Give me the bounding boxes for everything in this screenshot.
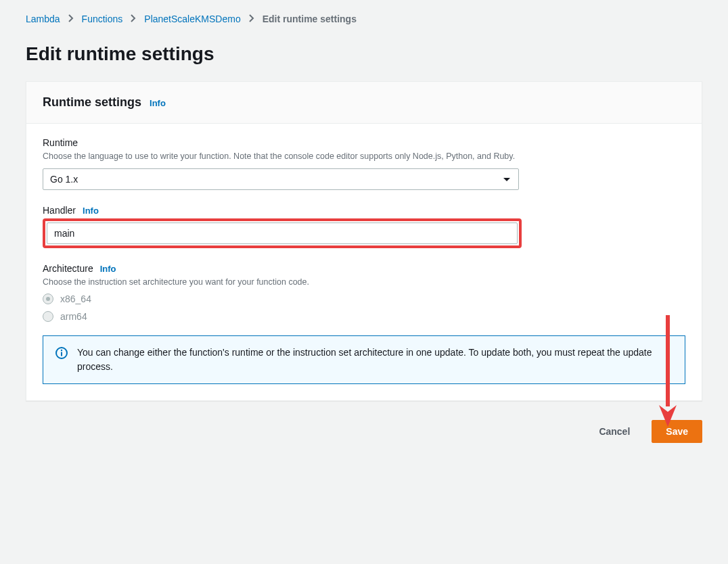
- runtime-description: Choose the language to use to write your…: [43, 151, 685, 163]
- info-alert: You can change either the function's run…: [43, 335, 685, 384]
- handler-info-link[interactable]: Info: [83, 206, 99, 216]
- breadcrumb-function-name[interactable]: PlanetScaleKMSDemo: [144, 14, 240, 24]
- handler-highlight: [43, 218, 522, 248]
- save-button[interactable]: Save: [652, 420, 702, 443]
- architecture-label: Architecture: [43, 263, 93, 274]
- radio-icon: [43, 293, 53, 304]
- handler-label: Handler: [43, 205, 76, 216]
- architecture-option-x86-64[interactable]: x86_64: [43, 293, 685, 304]
- info-icon: [55, 347, 68, 361]
- actions-row: Cancel Save: [26, 420, 702, 443]
- runtime-select[interactable]: Go 1.x: [43, 168, 519, 190]
- handler-input[interactable]: [47, 222, 518, 244]
- info-alert-text: You can change either the function's run…: [77, 346, 673, 374]
- architecture-description: Choose the instruction set architecture …: [43, 277, 685, 289]
- radio-icon: [43, 311, 53, 322]
- runtime-label: Runtime: [43, 137, 78, 148]
- runtime-settings-panel: Runtime settings Info Runtime Choose the…: [26, 81, 702, 401]
- breadcrumb-functions[interactable]: Functions: [82, 14, 123, 24]
- architecture-option-label: x86_64: [60, 293, 91, 304]
- architecture-option-arm64[interactable]: arm64: [43, 311, 685, 322]
- svg-point-1: [61, 350, 62, 351]
- breadcrumb: Lambda Functions PlanetScaleKMSDemo Edit…: [26, 14, 702, 24]
- breadcrumb-lambda[interactable]: Lambda: [26, 14, 60, 24]
- chevron-right-icon: [249, 14, 254, 24]
- panel-title: Runtime settings: [43, 95, 141, 110]
- handler-field: Handler Info: [43, 205, 685, 248]
- architecture-field: Architecture Info Choose the instruction…: [43, 263, 685, 323]
- svg-rect-2: [61, 352, 62, 356]
- panel-header: Runtime settings Info: [26, 82, 702, 124]
- architecture-info-link[interactable]: Info: [100, 264, 116, 274]
- breadcrumb-current: Edit runtime settings: [263, 14, 357, 24]
- chevron-right-icon: [68, 14, 74, 24]
- cancel-button[interactable]: Cancel: [585, 421, 643, 442]
- architecture-option-label: arm64: [60, 311, 87, 322]
- page-title: Edit runtime settings: [26, 43, 702, 65]
- runtime-field: Runtime Choose the language to use to wr…: [43, 137, 685, 190]
- chevron-right-icon: [131, 14, 136, 24]
- panel-info-link[interactable]: Info: [150, 98, 166, 108]
